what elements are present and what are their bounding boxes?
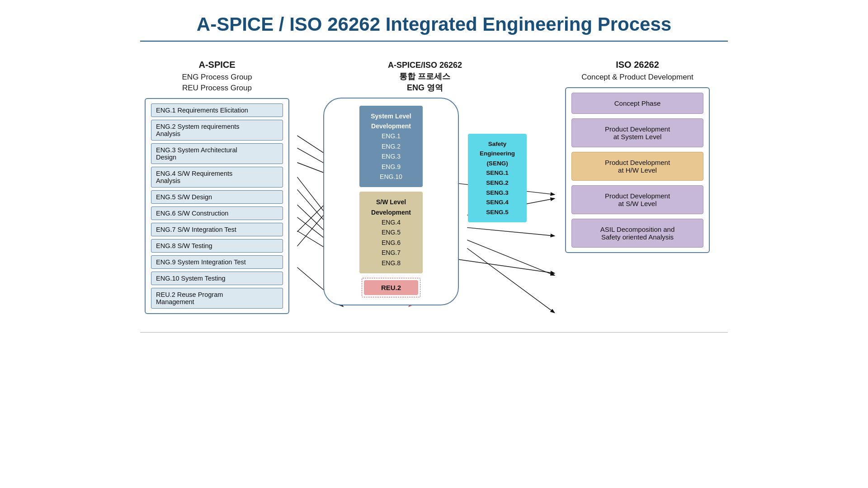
- list-item: ENG.6 S/W Construction: [151, 206, 283, 220]
- list-item: ENG.1 Requirements Elicitation: [151, 103, 283, 117]
- reu-box: REU.2: [364, 280, 418, 295]
- bottom-divider: [140, 332, 728, 333]
- iso-product-system: Product Developmentat System Level: [571, 118, 703, 147]
- center-col-title: A-SPICE/ISO 26262 통합 프로세스 ENG 영역: [388, 60, 462, 94]
- list-item: ENG.7 S/W Integration Test: [151, 223, 283, 236]
- list-item: ENG.2 System requirementsAnalysis: [151, 120, 283, 141]
- left-col-title: A-SPICE: [198, 60, 235, 70]
- list-item: ENG.3 System ArchitecturalDesign: [151, 143, 283, 164]
- page-title: A-SPICE / ISO 26262 Integrated Engineeri…: [140, 14, 728, 42]
- iso-product-sw: Product Developmentat S/W Level: [571, 185, 703, 214]
- center-border-box: System LevelDevelopment ENG.1ENG.2ENG.3E…: [323, 98, 459, 305]
- iso-product-hw: Product Developmentat H/W Level: [571, 152, 703, 181]
- list-item: ENG.5 S/W Design: [151, 190, 283, 204]
- left-column: A-SPICE ENG Process Group REU Process Gr…: [140, 60, 294, 314]
- list-item: REU.2 Reuse ProgramManagement: [151, 288, 283, 309]
- right-col-title: ISO 26262: [616, 60, 659, 70]
- list-item: ENG.4 S/W RequirementsAnalysis: [151, 167, 283, 188]
- right-column: ISO 26262 Concept & Product Development …: [561, 60, 714, 253]
- sw-level-box: S/W LevelDevelopment ENG.4ENG.5ENG.6ENG.…: [359, 192, 423, 273]
- left-col-subtitle: ENG Process Group REU Process Group: [182, 72, 252, 94]
- system-level-box: System LevelDevelopment ENG.1ENG.2ENG.3E…: [359, 106, 423, 188]
- left-border-box: ENG.1 Requirements Elicitation ENG.2 Sys…: [145, 98, 289, 314]
- list-item: ENG.10 System Testing: [151, 272, 283, 285]
- iso-concept-phase: Concept Phase: [571, 93, 703, 114]
- safety-engineering-box: SafetyEngineering(SENG) SENG.1SENG.2SENG…: [468, 134, 527, 223]
- right-border-box: Concept Phase Product Developmentat Syst…: [565, 87, 710, 253]
- right-col-subtitle: Concept & Product Development: [581, 72, 693, 83]
- iso-asil: ASIL Decomposition andSafety oriented An…: [571, 219, 703, 248]
- list-item: ENG.8 S/W Testing: [151, 239, 283, 253]
- center-column: A-SPICE/ISO 26262 통합 프로세스 ENG 영역 System …: [344, 60, 506, 305]
- list-item: ENG.9 System Integration Test: [151, 255, 283, 269]
